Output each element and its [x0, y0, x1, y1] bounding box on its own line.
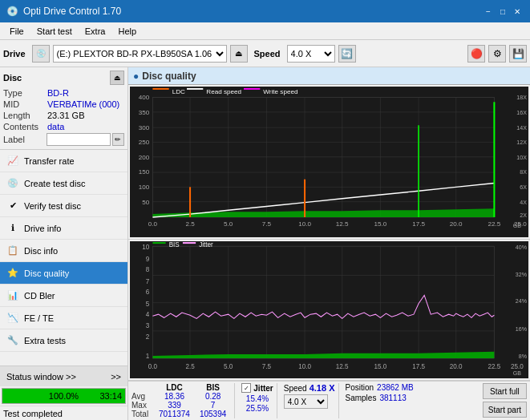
menu-extra[interactable]: Extra: [79, 25, 112, 38]
svg-text:10X: 10X: [516, 155, 527, 160]
menu-help[interactable]: Help: [111, 25, 143, 38]
nav-disc-info-label: Disc info: [24, 246, 58, 256]
position-row: Position 23862 MB: [346, 383, 414, 392]
disc-label-row: Label ✏: [3, 133, 124, 146]
settings-button[interactable]: ⚙: [488, 45, 506, 63]
speed-value: 4.18 X: [310, 383, 335, 393]
position-label: Position: [346, 383, 374, 392]
start-full-button[interactable]: Start full: [483, 383, 527, 399]
svg-rect-108: [183, 242, 196, 244]
disc-length-row: Length 23.31 GB: [3, 111, 124, 120]
svg-text:40%: 40%: [516, 244, 528, 251]
jitter-checkbox[interactable]: ✓: [241, 383, 251, 393]
svg-text:5.0: 5.0: [224, 220, 233, 228]
svg-text:BIS: BIS: [169, 241, 180, 248]
app-title: Opti Drive Control 1.70: [23, 6, 121, 17]
menu-file[interactable]: File: [3, 25, 30, 38]
nav-create-test-disc-label: Create test disc: [24, 179, 85, 188]
status-window-button[interactable]: Status window >> >>: [0, 365, 127, 386]
svg-text:16%: 16%: [516, 326, 528, 333]
nav-create-test-disc[interactable]: 💿 Create test disc: [0, 172, 127, 195]
svg-text:25.0: 25.0: [511, 362, 524, 370]
nav-transfer-rate[interactable]: 📈 Transfer rate: [0, 150, 127, 172]
stats-avg-row: Avg 18.36 0.28: [131, 392, 231, 401]
drive-toolbar: Drive 💿 (E:) PLEXTOR BD-R PX-LB950SA 1.0…: [0, 40, 530, 67]
nav-verify-test-disc-label: Verify test disc: [24, 201, 81, 211]
svg-rect-1: [152, 98, 494, 217]
samples-value: 381113: [379, 394, 406, 402]
nav-fe-te[interactable]: 📉 FE / TE: [0, 307, 127, 329]
save-button[interactable]: 💾: [509, 45, 527, 63]
stats-table: LDC BIS Avg 18.36 0.28 Max 339: [131, 383, 231, 418]
svg-text:0.0: 0.0: [148, 220, 158, 228]
svg-text:9: 9: [146, 256, 150, 263]
verify-test-disc-icon: ✔: [6, 200, 19, 212]
start-part-button[interactable]: Start part: [483, 402, 527, 418]
position-value: 23862 MB: [377, 383, 414, 392]
speed-select[interactable]: 4.0 X: [287, 45, 335, 63]
svg-text:18X: 18X: [516, 95, 527, 101]
speed-label: Speed: [284, 384, 307, 393]
close-button[interactable]: ✕: [511, 5, 524, 18]
svg-text:22.5: 22.5: [488, 362, 501, 370]
max-jitter: 25.5%: [241, 404, 273, 413]
svg-text:8: 8: [146, 266, 150, 273]
title-bar-controls: − □ ✕: [482, 5, 524, 18]
content-header-title: Disc quality: [142, 71, 196, 82]
svg-text:20.0: 20.0: [450, 362, 463, 370]
chart2-svg: 10 9 8 7 6 5 4 3 2 1 0.0 2.5 5.0: [130, 241, 528, 378]
stats-total-row: Total 7011374 105394: [131, 410, 231, 418]
svg-text:15.0: 15.0: [374, 220, 387, 228]
status-window-arrow: >>: [111, 372, 121, 382]
nav-disc-quality[interactable]: ⭐ Disc quality: [0, 262, 127, 285]
svg-text:150: 150: [139, 168, 150, 176]
speed-panel: Speed 4.18 X 4.0 X: [277, 383, 335, 418]
fe-te-icon: 📉: [6, 312, 19, 325]
burn-button[interactable]: 🔴: [467, 45, 485, 63]
svg-text:16X: 16X: [516, 110, 527, 115]
svg-text:Read speed: Read speed: [206, 88, 241, 95]
nav-extra-tests[interactable]: 🔧 Extra tests: [0, 329, 127, 352]
eject-button[interactable]: ⏏: [230, 45, 248, 63]
nav-list: 📈 Transfer rate 💿 Create test disc ✔ Ver…: [0, 150, 127, 352]
svg-text:50: 50: [142, 199, 150, 206]
menu-start-test[interactable]: Start test: [30, 25, 79, 38]
disc-mid-label: MID: [3, 99, 47, 109]
nav-disc-info[interactable]: 📋 Disc info: [0, 240, 127, 262]
refresh-button[interactable]: 🔄: [338, 45, 356, 63]
svg-text:250: 250: [139, 139, 150, 147]
avg-ldc: 18.36: [154, 392, 195, 401]
max-label: Max: [131, 401, 154, 410]
disc-contents-label: Contents: [3, 122, 47, 131]
minimize-button[interactable]: −: [482, 5, 495, 18]
avg-bis: 0.28: [195, 392, 231, 401]
svg-text:12.5: 12.5: [336, 220, 349, 228]
nav-cd-bler[interactable]: 📊 CD Bler: [0, 285, 127, 307]
extra-tests-icon: 🔧: [6, 334, 19, 347]
disc-label-edit-button[interactable]: ✏: [112, 133, 124, 146]
svg-text:32%: 32%: [516, 271, 528, 277]
svg-text:20.0: 20.0: [450, 220, 463, 228]
disc-length-value: 23.31 GB: [47, 111, 84, 120]
drive-select[interactable]: (E:) PLEXTOR BD-R PX-LB950SA 1.06: [53, 45, 227, 63]
nav-disc-quality-label: Disc quality: [24, 269, 69, 278]
nav-verify-test-disc[interactable]: ✔ Verify test disc: [0, 195, 127, 217]
samples-label: Samples: [346, 394, 377, 402]
ldc-header: LDC: [154, 383, 195, 392]
svg-text:15.0: 15.0: [374, 362, 387, 370]
speed-setting-select[interactable]: 4.0 X: [284, 394, 328, 409]
svg-text:300: 300: [139, 124, 150, 131]
svg-text:17.5: 17.5: [412, 362, 425, 370]
disc-label-input[interactable]: [47, 133, 111, 146]
disc-panel-title: Disc: [3, 73, 22, 83]
total-bis: 105394: [195, 410, 231, 418]
svg-rect-57: [187, 88, 203, 90]
title-bar: 💿 Opti Drive Control 1.70 − □ ✕: [0, 0, 530, 22]
nav-drive-info[interactable]: ℹ Drive info: [0, 217, 127, 240]
svg-text:LDC: LDC: [172, 88, 186, 95]
disc-mid-row: MID VERBATIMe (000): [3, 99, 124, 109]
maximize-button[interactable]: □: [496, 5, 509, 18]
disc-eject-icon[interactable]: ⏏: [110, 71, 124, 85]
svg-text:7: 7: [146, 278, 150, 285]
disc-info-icon: 📋: [6, 244, 19, 257]
